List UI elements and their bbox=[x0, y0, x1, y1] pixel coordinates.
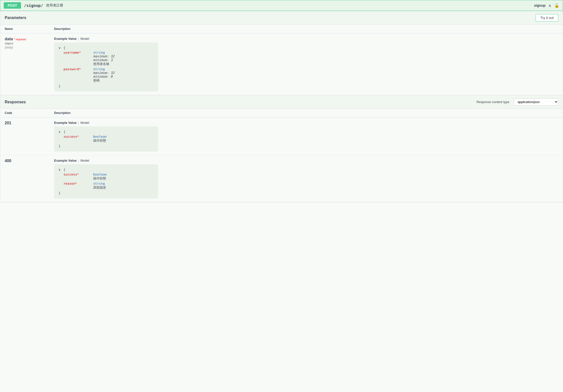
response-code: 201 bbox=[5, 121, 11, 125]
model-box: ∨ { success* boolean操作狀態 reason* string原… bbox=[54, 164, 158, 198]
model-field-name-col: success* bbox=[64, 173, 88, 181]
response-row: 400 Example Value | Model ∨ { success* b… bbox=[0, 155, 563, 202]
model-field-desc-col: stringmaximum: 32minimum: 8密碼 bbox=[93, 67, 114, 83]
model-box: ∨ { username* stringmaximum: 32minimum: … bbox=[54, 43, 158, 91]
responses-header: Responses Response content type applicat… bbox=[0, 95, 563, 109]
collapse-icon[interactable]: ∨ bbox=[59, 130, 61, 134]
brace-open: ∨ { bbox=[59, 46, 153, 50]
model-field-name-col: reason* bbox=[64, 182, 88, 190]
endpoint-desc: 使用者註冊 bbox=[46, 3, 531, 8]
brace-open: ∨ { bbox=[59, 130, 153, 134]
try-it-out-button[interactable]: Try it out bbox=[536, 14, 558, 22]
model-field-name: success bbox=[64, 173, 77, 176]
model-field-label: 使用者名稱 bbox=[93, 62, 114, 66]
example-value-tab[interactable]: Example Value bbox=[54, 37, 77, 41]
model-field-name: password bbox=[64, 67, 79, 71]
model-field-row: username* stringmaximum: 32minimum: 3使用者… bbox=[64, 51, 153, 66]
content-type-select[interactable]: application/json bbox=[514, 98, 558, 106]
model-tab[interactable]: Model bbox=[80, 159, 89, 162]
model-field-type: string bbox=[93, 51, 114, 54]
required-star: * bbox=[77, 135, 79, 138]
param-name-block: data * required object (body) bbox=[5, 37, 45, 49]
col-desc-header: Description bbox=[50, 109, 563, 117]
content-type-label: Response content type bbox=[476, 100, 509, 104]
param-name: data bbox=[5, 37, 13, 41]
required-star: * bbox=[75, 182, 77, 185]
model-field-name-col: username* bbox=[64, 51, 88, 66]
endpoint-tag: signup bbox=[534, 3, 545, 7]
open-brace: { bbox=[64, 168, 65, 172]
open-brace: { bbox=[64, 46, 65, 50]
response-code-cell: 400 bbox=[0, 155, 50, 202]
example-model-tabs: Example Value | Model bbox=[54, 37, 558, 41]
param-name-cell: data * required object (body) bbox=[0, 33, 50, 95]
model-tab[interactable]: Model bbox=[80, 121, 89, 125]
model-field-type: boolean bbox=[93, 135, 107, 138]
example-value-tab[interactable]: Example Value bbox=[54, 121, 77, 125]
responses-section: Responses Response content type applicat… bbox=[0, 95, 563, 202]
model-field-desc-col: stringmaximum: 32minimum: 3使用者名稱 bbox=[93, 51, 114, 66]
required-star: * bbox=[79, 51, 81, 54]
param-desc-cell: Example Value | Model ∨ { username* stri… bbox=[50, 33, 563, 95]
model-field-name-col: success* bbox=[64, 135, 88, 143]
brace-close: } bbox=[59, 84, 153, 88]
model-field-desc-col: boolean操作狀態 bbox=[93, 173, 107, 181]
collapse-icon[interactable]: ∨ bbox=[59, 168, 61, 172]
parameters-header: Parameters Try it out bbox=[0, 11, 563, 25]
brace-close: } bbox=[59, 191, 153, 195]
model-tab[interactable]: Model bbox=[80, 37, 89, 41]
endpoint-path: /signup/ bbox=[24, 3, 43, 8]
model-field-row: success* boolean操作狀態 bbox=[64, 173, 153, 181]
model-box: ∨ { success* boolean操作狀態} bbox=[54, 127, 158, 152]
responses-title: Responses bbox=[5, 100, 26, 104]
model-field-type: string bbox=[93, 67, 114, 71]
param-type: object bbox=[5, 42, 13, 45]
model-field-label: 操作狀態 bbox=[93, 176, 107, 181]
required-label: required bbox=[16, 38, 26, 41]
tab-separator: | bbox=[78, 37, 79, 41]
lock-icon: 🔓 bbox=[554, 3, 559, 8]
open-brace: { bbox=[64, 130, 65, 134]
model-field-meta: maximum: 32 bbox=[93, 71, 114, 75]
brace-close: } bbox=[59, 144, 153, 148]
col-code-header: Code bbox=[0, 109, 50, 117]
param-location: (body) bbox=[5, 46, 13, 49]
param-row: data * required object (body) Example Va… bbox=[0, 33, 563, 95]
collapse-chevron-icon[interactable]: ∧ bbox=[548, 3, 551, 8]
tab-separator: | bbox=[78, 159, 79, 162]
content-type-container: Response content type application/json bbox=[476, 98, 558, 106]
responses-table: Code Description 201 Example Value | Mod… bbox=[0, 109, 563, 202]
example-model-tabs: Example Value | Model bbox=[54, 121, 558, 125]
method-badge: POST bbox=[4, 2, 21, 9]
model-field-meta: minimum: 3 bbox=[93, 58, 114, 62]
model-field-row: reason* string原因描述 bbox=[64, 182, 153, 190]
required-star: * bbox=[79, 67, 81, 71]
response-code: 400 bbox=[5, 159, 11, 163]
model-field-label: 原因描述 bbox=[93, 185, 106, 190]
parameters-table: Name Description data * required object … bbox=[0, 25, 563, 95]
required-star: * bbox=[14, 38, 16, 41]
model-field-row: password* stringmaximum: 32minimum: 8密碼 bbox=[64, 67, 153, 83]
parameters-title: Parameters bbox=[5, 16, 26, 20]
col-description-header: Description bbox=[50, 25, 563, 33]
model-field-row: success* boolean操作狀態 bbox=[64, 135, 153, 143]
model-field-name: success bbox=[64, 135, 77, 138]
model-field-type: string bbox=[93, 182, 106, 185]
response-code-cell: 201 bbox=[0, 117, 50, 155]
model-field-name: reason bbox=[64, 182, 75, 185]
example-model-tabs: Example Value | Model bbox=[54, 159, 558, 162]
model-field-desc-col: string原因描述 bbox=[93, 182, 106, 190]
tab-separator: | bbox=[78, 121, 79, 125]
model-field-name: username bbox=[64, 51, 79, 54]
col-name-header: Name bbox=[0, 25, 50, 33]
response-desc-cell: Example Value | Model ∨ { success* boole… bbox=[50, 117, 563, 155]
parameters-section: Parameters Try it out Name Description d… bbox=[0, 11, 563, 95]
model-field-label: 操作狀態 bbox=[93, 138, 107, 143]
model-field-meta: maximum: 32 bbox=[93, 54, 114, 58]
example-value-tab[interactable]: Example Value bbox=[54, 159, 77, 162]
model-field-desc-col: boolean操作狀態 bbox=[93, 135, 107, 143]
response-desc-cell: Example Value | Model ∨ { success* boole… bbox=[50, 155, 563, 202]
collapse-icon[interactable]: ∨ bbox=[59, 46, 61, 50]
required-star: * bbox=[77, 173, 79, 176]
brace-open: ∨ { bbox=[59, 168, 153, 172]
